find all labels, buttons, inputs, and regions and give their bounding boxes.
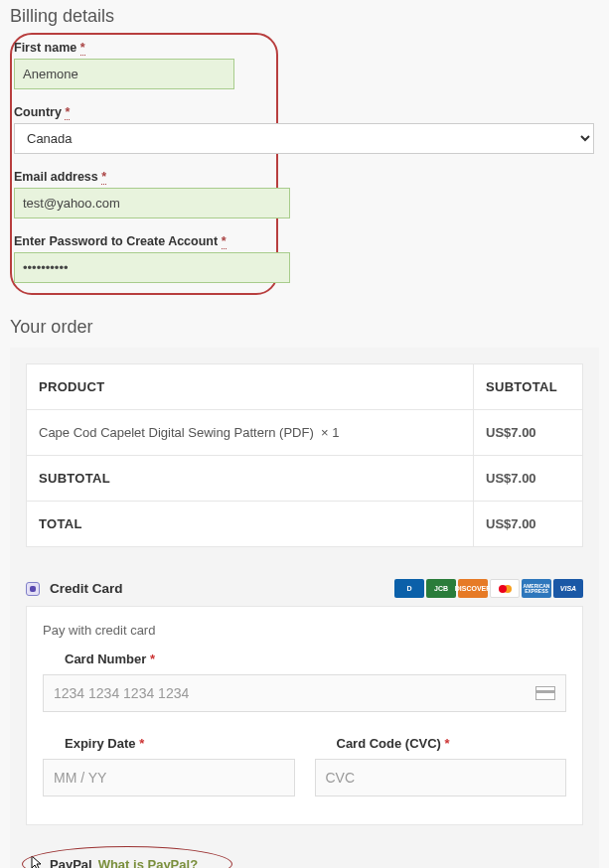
mastercard-icon xyxy=(490,579,520,598)
first-name-label: First name * xyxy=(14,41,268,55)
email-label: Email address * xyxy=(14,170,268,184)
radio-credit-card[interactable] xyxy=(26,582,40,596)
cc-description: Pay with credit card xyxy=(43,623,566,638)
expiry-label: Expiry Date * xyxy=(65,736,295,751)
jcb-icon: JCB xyxy=(426,579,456,598)
country-label: Country * xyxy=(14,105,268,119)
required-mark: * xyxy=(65,105,70,120)
billing-highlight: First name * Country * Canada Email addr… xyxy=(10,33,278,295)
first-name-input[interactable] xyxy=(14,59,234,89)
card-number-input[interactable]: 1234 1234 1234 1234 xyxy=(43,674,566,712)
table-row: Cape Cod Capelet Digital Sewing Pattern … xyxy=(27,410,583,456)
col-subtotal: SUBTOTAL xyxy=(474,364,583,410)
expiry-input[interactable]: MM / YY xyxy=(43,759,295,796)
discover-icon: DISCOVER xyxy=(458,579,488,598)
visa-icon: VISA xyxy=(553,579,583,598)
password-label: Enter Password to Create Account * xyxy=(14,234,268,248)
subtotal-label: SUBTOTAL xyxy=(27,456,474,502)
amex-icon: AMERICAN EXPRESS xyxy=(522,579,551,598)
paypal-label: PayPal xyxy=(50,857,92,869)
cursor-icon xyxy=(30,855,44,868)
required-mark: * xyxy=(222,234,227,249)
table-row: PRODUCT SUBTOTAL xyxy=(27,364,583,410)
paypal-option[interactable]: PayPal What is PayPal? xyxy=(26,855,583,868)
card-number-label: Card Number * xyxy=(65,651,566,666)
cvc-label: Card Code (CVC) * xyxy=(337,736,567,751)
credit-card-option[interactable]: Credit Card D JCB DISCOVER AMERICAN EXPR… xyxy=(26,579,583,606)
diners-icon: D xyxy=(394,579,424,598)
card-icon xyxy=(535,686,555,700)
paypal-whatis-link[interactable]: What is PayPal? xyxy=(98,857,198,869)
password-input[interactable] xyxy=(14,252,290,283)
billing-heading: Billing details xyxy=(10,6,599,27)
country-select[interactable]: Canada xyxy=(14,123,594,154)
required-mark: * xyxy=(101,170,106,185)
credit-card-form: Pay with credit card Card Number * 1234 … xyxy=(26,606,583,825)
card-badges: D JCB DISCOVER AMERICAN EXPRESS VISA xyxy=(394,579,583,598)
required-mark: * xyxy=(80,41,85,56)
total-value: US$7.00 xyxy=(474,502,583,547)
order-heading: Your order xyxy=(10,317,599,338)
total-label: TOTAL xyxy=(27,502,474,547)
email-input[interactable] xyxy=(14,188,290,218)
credit-card-label: Credit Card xyxy=(50,581,123,596)
order-panel: PRODUCT SUBTOTAL Cape Cod Capelet Digita… xyxy=(10,348,599,868)
subtotal-value: US$7.00 xyxy=(474,456,583,502)
payment-section: Credit Card D JCB DISCOVER AMERICAN EXPR… xyxy=(26,579,583,868)
table-row: TOTAL US$7.00 xyxy=(27,502,583,547)
item-cell: Cape Cod Capelet Digital Sewing Pattern … xyxy=(27,410,474,456)
table-row: SUBTOTAL US$7.00 xyxy=(27,456,583,502)
cvc-input[interactable]: CVC xyxy=(315,759,567,796)
col-product: PRODUCT xyxy=(27,364,474,410)
order-table: PRODUCT SUBTOTAL Cape Cod Capelet Digita… xyxy=(26,363,583,547)
item-price: US$7.00 xyxy=(474,410,583,456)
